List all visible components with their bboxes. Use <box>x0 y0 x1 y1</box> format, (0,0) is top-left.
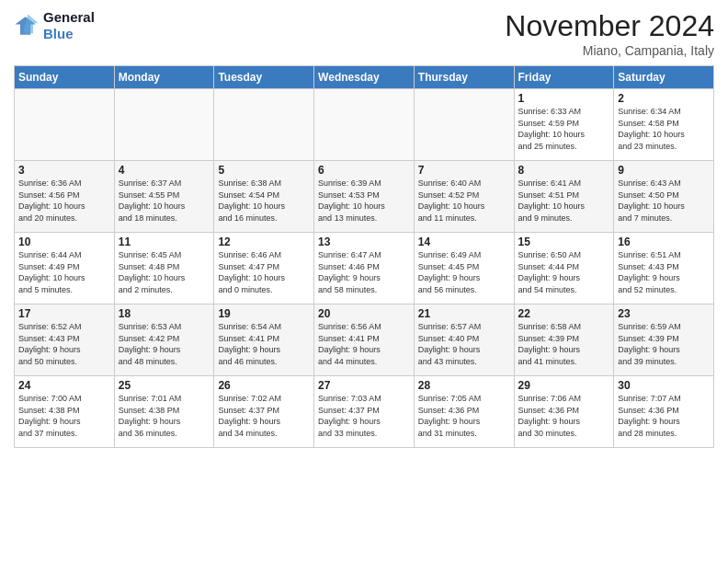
calendar-cell: 2Sunrise: 6:34 AM Sunset: 4:58 PM Daylig… <box>614 89 714 161</box>
day-number: 22 <box>518 307 610 320</box>
calendar-cell <box>214 89 314 161</box>
day-info: Sunrise: 6:45 AM Sunset: 4:48 PM Dayligh… <box>119 249 210 295</box>
calendar-cell: 25Sunrise: 7:01 AM Sunset: 4:38 PM Dayli… <box>114 376 214 448</box>
col-tuesday: Tuesday <box>214 66 314 89</box>
day-info: Sunrise: 6:38 AM Sunset: 4:54 PM Dayligh… <box>218 178 310 224</box>
header: General Blue November 2024 Miano, Campan… <box>14 9 714 58</box>
day-number: 6 <box>318 164 410 177</box>
day-info: Sunrise: 6:34 AM Sunset: 4:58 PM Dayligh… <box>618 106 710 152</box>
day-info: Sunrise: 6:58 AM Sunset: 4:39 PM Dayligh… <box>518 321 610 367</box>
day-info: Sunrise: 6:49 AM Sunset: 4:45 PM Dayligh… <box>418 249 510 295</box>
calendar-cell: 27Sunrise: 7:03 AM Sunset: 4:37 PM Dayli… <box>314 376 415 448</box>
day-info: Sunrise: 6:56 AM Sunset: 4:41 PM Dayligh… <box>318 321 410 367</box>
week-row-2: 3Sunrise: 6:36 AM Sunset: 4:56 PM Daylig… <box>15 161 714 233</box>
day-number: 12 <box>218 236 310 248</box>
week-row-4: 17Sunrise: 6:52 AM Sunset: 4:43 PM Dayli… <box>15 304 714 376</box>
day-number: 7 <box>418 164 510 177</box>
day-info: Sunrise: 7:07 AM Sunset: 4:36 PM Dayligh… <box>618 393 710 439</box>
day-info: Sunrise: 6:33 AM Sunset: 4:59 PM Dayligh… <box>518 106 610 152</box>
logo-icon <box>14 13 40 39</box>
day-info: Sunrise: 6:50 AM Sunset: 4:44 PM Dayligh… <box>518 249 610 295</box>
calendar-cell: 17Sunrise: 6:52 AM Sunset: 4:43 PM Dayli… <box>15 304 115 376</box>
calendar-cell: 18Sunrise: 6:53 AM Sunset: 4:42 PM Dayli… <box>114 304 214 376</box>
day-number: 30 <box>618 379 710 392</box>
day-number: 21 <box>418 307 510 320</box>
month-title: November 2024 <box>505 9 714 43</box>
day-number: 3 <box>18 164 110 177</box>
calendar-cell: 3Sunrise: 6:36 AM Sunset: 4:56 PM Daylig… <box>15 161 115 233</box>
day-info: Sunrise: 6:37 AM Sunset: 4:55 PM Dayligh… <box>119 178 210 224</box>
day-info: Sunrise: 6:54 AM Sunset: 4:41 PM Dayligh… <box>218 321 310 367</box>
calendar-cell: 29Sunrise: 7:06 AM Sunset: 4:36 PM Dayli… <box>514 376 614 448</box>
day-info: Sunrise: 6:41 AM Sunset: 4:51 PM Dayligh… <box>518 178 610 224</box>
calendar-cell: 20Sunrise: 6:56 AM Sunset: 4:41 PM Dayli… <box>314 304 415 376</box>
day-info: Sunrise: 7:01 AM Sunset: 4:38 PM Dayligh… <box>119 393 210 439</box>
calendar-cell: 7Sunrise: 6:40 AM Sunset: 4:52 PM Daylig… <box>414 161 514 233</box>
day-info: Sunrise: 6:36 AM Sunset: 4:56 PM Dayligh… <box>18 178 110 224</box>
day-number: 17 <box>18 307 110 320</box>
calendar-cell: 1Sunrise: 6:33 AM Sunset: 4:59 PM Daylig… <box>514 89 614 161</box>
day-info: Sunrise: 6:52 AM Sunset: 4:43 PM Dayligh… <box>18 321 110 367</box>
day-info: Sunrise: 6:44 AM Sunset: 4:49 PM Dayligh… <box>18 249 110 295</box>
page: General Blue November 2024 Miano, Campan… <box>0 0 728 563</box>
day-info: Sunrise: 6:43 AM Sunset: 4:50 PM Dayligh… <box>618 178 710 224</box>
col-monday: Monday <box>114 66 214 89</box>
day-number: 26 <box>218 379 310 392</box>
day-info: Sunrise: 6:57 AM Sunset: 4:40 PM Dayligh… <box>418 321 510 367</box>
day-number: 13 <box>318 236 410 248</box>
day-info: Sunrise: 7:05 AM Sunset: 4:36 PM Dayligh… <box>418 393 510 439</box>
day-number: 4 <box>119 164 210 177</box>
day-number: 19 <box>218 307 310 320</box>
day-info: Sunrise: 6:39 AM Sunset: 4:53 PM Dayligh… <box>318 178 410 224</box>
week-row-3: 10Sunrise: 6:44 AM Sunset: 4:49 PM Dayli… <box>15 233 714 304</box>
calendar-cell <box>15 89 115 161</box>
day-info: Sunrise: 6:53 AM Sunset: 4:42 PM Dayligh… <box>119 321 210 367</box>
day-info: Sunrise: 6:46 AM Sunset: 4:47 PM Dayligh… <box>218 249 310 295</box>
calendar-cell: 22Sunrise: 6:58 AM Sunset: 4:39 PM Dayli… <box>514 304 614 376</box>
week-row-5: 24Sunrise: 7:00 AM Sunset: 4:38 PM Dayli… <box>15 376 714 448</box>
calendar-cell: 16Sunrise: 6:51 AM Sunset: 4:43 PM Dayli… <box>614 233 714 304</box>
calendar-cell: 21Sunrise: 6:57 AM Sunset: 4:40 PM Dayli… <box>414 304 514 376</box>
day-number: 9 <box>618 164 710 177</box>
calendar-cell: 26Sunrise: 7:02 AM Sunset: 4:37 PM Dayli… <box>214 376 314 448</box>
day-number: 8 <box>518 164 610 177</box>
day-info: Sunrise: 6:40 AM Sunset: 4:52 PM Dayligh… <box>418 178 510 224</box>
logo: General Blue <box>14 9 95 42</box>
location: Miano, Campania, Italy <box>505 43 714 58</box>
day-number: 24 <box>18 379 110 392</box>
calendar-cell: 8Sunrise: 6:41 AM Sunset: 4:51 PM Daylig… <box>514 161 614 233</box>
day-info: Sunrise: 6:59 AM Sunset: 4:39 PM Dayligh… <box>618 321 710 367</box>
calendar-cell: 12Sunrise: 6:46 AM Sunset: 4:47 PM Dayli… <box>214 233 314 304</box>
calendar-cell: 15Sunrise: 6:50 AM Sunset: 4:44 PM Dayli… <box>514 233 614 304</box>
calendar-cell: 28Sunrise: 7:05 AM Sunset: 4:36 PM Dayli… <box>414 376 514 448</box>
calendar-cell: 5Sunrise: 6:38 AM Sunset: 4:54 PM Daylig… <box>214 161 314 233</box>
day-number: 15 <box>518 236 610 248</box>
calendar-cell: 9Sunrise: 6:43 AM Sunset: 4:50 PM Daylig… <box>614 161 714 233</box>
day-number: 29 <box>518 379 610 392</box>
calendar-cell <box>414 89 514 161</box>
day-number: 14 <box>418 236 510 248</box>
calendar-cell: 23Sunrise: 6:59 AM Sunset: 4:39 PM Dayli… <box>614 304 714 376</box>
day-info: Sunrise: 7:00 AM Sunset: 4:38 PM Dayligh… <box>18 393 110 439</box>
header-row: Sunday Monday Tuesday Wednesday Thursday… <box>15 66 714 89</box>
calendar-cell: 6Sunrise: 6:39 AM Sunset: 4:53 PM Daylig… <box>314 161 415 233</box>
calendar-cell: 13Sunrise: 6:47 AM Sunset: 4:46 PM Dayli… <box>314 233 415 304</box>
day-number: 23 <box>618 307 710 320</box>
calendar-cell <box>314 89 415 161</box>
col-saturday: Saturday <box>614 66 714 89</box>
day-number: 20 <box>318 307 410 320</box>
calendar-cell: 4Sunrise: 6:37 AM Sunset: 4:55 PM Daylig… <box>114 161 214 233</box>
week-row-1: 1Sunrise: 6:33 AM Sunset: 4:59 PM Daylig… <box>15 89 714 161</box>
col-sunday: Sunday <box>15 66 115 89</box>
calendar-cell: 11Sunrise: 6:45 AM Sunset: 4:48 PM Dayli… <box>114 233 214 304</box>
calendar-cell: 19Sunrise: 6:54 AM Sunset: 4:41 PM Dayli… <box>214 304 314 376</box>
col-wednesday: Wednesday <box>314 66 415 89</box>
day-number: 16 <box>618 236 710 248</box>
day-number: 18 <box>119 307 210 320</box>
calendar-table: Sunday Monday Tuesday Wednesday Thursday… <box>14 65 714 448</box>
day-info: Sunrise: 6:47 AM Sunset: 4:46 PM Dayligh… <box>318 249 410 295</box>
day-number: 1 <box>518 92 610 105</box>
col-thursday: Thursday <box>414 66 514 89</box>
day-number: 10 <box>18 236 110 248</box>
calendar-cell: 30Sunrise: 7:07 AM Sunset: 4:36 PM Dayli… <box>614 376 714 448</box>
